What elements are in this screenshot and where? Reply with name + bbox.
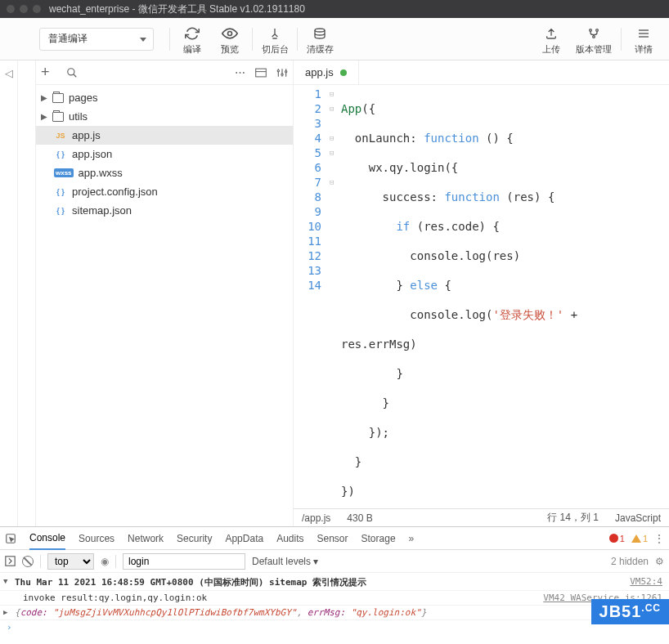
console-output[interactable]: Thu Mar 11 2021 16:48:59 GMT+0800 (中国标准时… (0, 573, 669, 644)
levels-select[interactable]: Default levels ▾ (252, 556, 318, 567)
left-gutter: ◁ (0, 60, 18, 526)
svg-point-4 (593, 36, 595, 38)
json-icon (54, 150, 67, 159)
error-count[interactable]: 1 (609, 534, 625, 543)
js-icon: JS (54, 131, 67, 141)
svg-point-1 (315, 29, 325, 32)
refresh-icon (185, 25, 200, 42)
window-controls[interactable] (7, 5, 41, 13)
filter-input[interactable] (123, 553, 245, 570)
json-icon (54, 187, 67, 197)
code-editor[interactable]: 1234567891011121314 ⊟⊟ ⊟⊟ ⊟ App({ onLaun… (294, 85, 669, 508)
svg-line-9 (73, 74, 76, 77)
svg-rect-19 (6, 557, 15, 566)
status-lang[interactable]: JavaScript (615, 512, 661, 524)
status-path: /app.js (302, 512, 330, 524)
layers-icon (312, 25, 327, 42)
tab-app-js[interactable]: app.js (294, 60, 359, 84)
speaker-icon[interactable]: ◁ (5, 67, 13, 79)
editor-statusbar: /app.js 430 B 行 14，列 1 JavaScript (294, 508, 669, 526)
upload-icon (544, 25, 559, 42)
svg-point-16 (281, 74, 283, 75)
folder-utils[interactable]: ▶utils (36, 107, 293, 126)
tab-sensor[interactable]: Sensor (317, 533, 348, 544)
modified-dot-icon (340, 69, 347, 76)
fold-gutter[interactable]: ⊟⊟ ⊟⊟ ⊟ (330, 85, 341, 508)
watermark: JB51.CC (591, 599, 669, 624)
console-row[interactable]: Thu Mar 11 2021 16:48:59 GMT+0800 (中国标准时… (0, 575, 669, 591)
svg-point-8 (67, 68, 74, 74)
file-explorer: + ⋯ ▶pages ▶utils JSapp.js app.json wxss… (36, 60, 294, 526)
editor: app.js 1234567891011121314 ⊟⊟ ⊟⊟ ⊟ App({… (294, 60, 669, 526)
compile-mode-select[interactable]: 普通编译 (39, 28, 154, 51)
status-size: 430 B (347, 512, 372, 524)
main-toolbar: 普通编译 编译 预览 切后台 清缓存 上传 版本管理 详情 (0, 18, 669, 60)
tab-console[interactable]: Console (29, 527, 65, 550)
json-icon (54, 206, 67, 216)
console-row[interactable]: invoke result:qy.login,qy.login:ok VM42 … (0, 591, 669, 606)
context-select[interactable]: top (47, 553, 94, 570)
upload-button[interactable]: 上传 (532, 21, 570, 57)
line-numbers: 1234567891011121314 (294, 85, 330, 508)
add-file-button[interactable]: + (41, 64, 50, 81)
svg-point-2 (590, 29, 592, 32)
switch-button[interactable]: 切后台 (256, 21, 294, 57)
svg-rect-10 (256, 69, 267, 77)
tab-network[interactable]: Network (128, 533, 164, 544)
file-sitemap[interactable]: sitemap.json (36, 201, 293, 220)
version-button[interactable]: 版本管理 (570, 21, 617, 57)
wxss-icon: wxss (54, 168, 74, 177)
file-app-js[interactable]: JSapp.js (36, 126, 293, 145)
toggle-console-icon[interactable] (5, 556, 16, 566)
devtools-menu-icon[interactable]: ⋮ (654, 533, 664, 544)
folder-icon (52, 112, 64, 122)
inspect-icon[interactable] (5, 533, 16, 544)
hidden-count: 2 hidden (611, 556, 649, 567)
tab-audits[interactable]: Audits (276, 533, 303, 544)
gear-icon[interactable]: ⚙ (655, 556, 664, 567)
devtools-panel: Console Sources Network Security AppData… (0, 526, 669, 644)
more-tabs-icon[interactable]: » (409, 533, 415, 544)
clear-cache-button[interactable]: 清缓存 (301, 21, 339, 57)
clear-console-icon[interactable] (22, 556, 34, 567)
tab-storage[interactable]: Storage (361, 533, 396, 544)
eye-icon (222, 25, 238, 42)
search-files-button[interactable] (66, 67, 78, 78)
console-prompt[interactable]: › (0, 620, 669, 634)
console-row[interactable]: {code: "juMsgZjiVvMVXuhhcpQy1lOlPTidwiBo… (0, 606, 669, 620)
file-app-wxss[interactable]: wxssapp.wxss (36, 163, 293, 182)
file-project-config[interactable]: project.config.json (36, 182, 293, 201)
console-source-link[interactable]: VM52:4 (630, 576, 662, 588)
window-title: wechat_enterprise - 微信开发者工具 Stable v1.02… (49, 0, 305, 18)
collapse-icon[interactable] (255, 68, 267, 78)
svg-point-0 (228, 32, 232, 36)
settings-icon[interactable] (276, 67, 288, 78)
status-cursor-pos: 行 14，列 1 (547, 511, 599, 525)
more-icon[interactable]: ⋯ (235, 66, 245, 78)
svg-point-3 (596, 29, 599, 32)
compile-button[interactable]: 编译 (173, 21, 211, 57)
titlebar: wechat_enterprise - 微信开发者工具 Stable v1.02… (0, 0, 669, 18)
svg-point-17 (285, 70, 287, 72)
eye-icon[interactable]: ◉ (101, 556, 109, 567)
tab-sources[interactable]: Sources (79, 533, 114, 544)
folder-icon (52, 93, 64, 103)
warning-count[interactable]: 1 (631, 534, 648, 543)
branch-icon (586, 25, 601, 42)
detail-button[interactable]: 详情 (625, 21, 662, 57)
file-app-json[interactable]: app.json (36, 145, 293, 163)
menu-icon (637, 25, 650, 42)
tab-security[interactable]: Security (177, 533, 212, 544)
switch-icon (268, 25, 281, 42)
left-gutter-2 (18, 60, 36, 526)
folder-pages[interactable]: ▶pages (36, 88, 293, 107)
svg-point-15 (277, 69, 279, 71)
tab-appdata[interactable]: AppData (225, 533, 263, 544)
preview-button[interactable]: 预览 (211, 21, 249, 57)
